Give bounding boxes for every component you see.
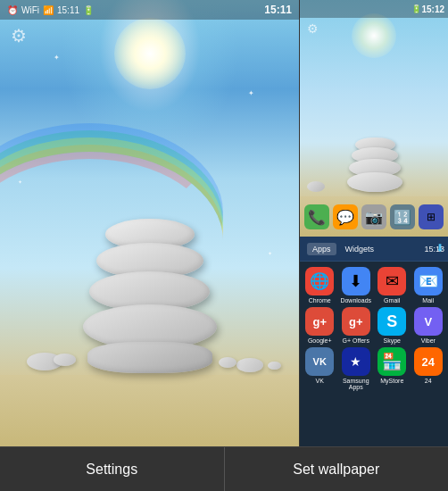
viber-icon: V bbox=[414, 307, 443, 336]
stones-right bbox=[347, 137, 402, 187]
sparkle-1: ✦ bbox=[54, 54, 60, 62]
google-plus-icon-2: g+ bbox=[342, 307, 370, 336]
samsung-apps-icon: ★ bbox=[342, 347, 370, 376]
right-panel: 🔋 15:12 ⚙ bbox=[299, 0, 448, 446]
drawer-header: Apps Widgets ⬇ 15:13 bbox=[300, 237, 448, 262]
app-cell-chrome[interactable]: 🌐 Chrome bbox=[303, 267, 336, 304]
chrome-label: Chrome bbox=[309, 297, 331, 304]
status-bar-right: 🔋 15:12 bbox=[300, 0, 448, 18]
widgets-tab[interactable]: Widgets bbox=[340, 243, 380, 255]
status-bar-left: ⏰ WiFi 📶 15:11 🔋 15:11 bbox=[0, 0, 299, 20]
app-cell-samsung[interactable]: ★ Samsung Apps bbox=[340, 347, 373, 390]
app-cell-google-plus-2[interactable]: g+ G+ Offers bbox=[340, 307, 373, 344]
status-icons-left: ⏰ WiFi 📶 15:11 🔋 bbox=[7, 5, 94, 15]
gmail-icon: ✉ bbox=[377, 267, 406, 295]
signal-icon: 📶 bbox=[43, 5, 54, 15]
app-cell-skype[interactable]: S Skype bbox=[376, 307, 409, 344]
bottom-app-icons-row: 📞 💬 📷 🔢 ⊞ bbox=[303, 204, 444, 229]
sparkle-3: ✦ bbox=[18, 179, 22, 185]
small-stone-5 bbox=[268, 362, 281, 370]
gear-icon-left[interactable]: ⚙ bbox=[11, 25, 27, 46]
camera-app-icon[interactable]: 📷 bbox=[361, 204, 386, 229]
stone-right-4 bbox=[347, 172, 402, 192]
status-time-right: 15:12 bbox=[421, 4, 444, 14]
downloads-icon: ⬇ bbox=[342, 267, 370, 295]
wifi-icon: WiFi bbox=[21, 5, 39, 15]
google-plus-label-1: Google+ bbox=[308, 337, 332, 344]
drawer-time: 15:13 bbox=[424, 237, 444, 262]
screens-area: ⏰ WiFi 📶 15:11 🔋 15:11 ⚙ bbox=[0, 0, 448, 446]
chrome-icon: 🌐 bbox=[305, 267, 334, 295]
messaging-app-icon[interactable]: 💬 bbox=[333, 204, 358, 229]
store-label: MyStore bbox=[380, 378, 403, 384]
app-cell-viber[interactable]: V Viber bbox=[412, 307, 445, 344]
phone-app-icon[interactable]: 📞 bbox=[304, 204, 329, 229]
right-top-screen: 🔋 15:12 ⚙ bbox=[300, 0, 448, 237]
gear-icon-right[interactable]: ⚙ bbox=[307, 21, 319, 36]
vk-label: VK bbox=[316, 378, 324, 384]
calculator-app-icon[interactable]: 🔢 bbox=[390, 204, 415, 229]
small-stone-4 bbox=[219, 357, 236, 368]
status-icons-right: 🔋 bbox=[411, 4, 421, 13]
gmail-label: Gmail bbox=[384, 297, 400, 304]
apps-grid-icon[interactable]: ⊞ bbox=[419, 204, 444, 229]
status-time-left: 15:11 bbox=[264, 4, 292, 16]
sun-glow-right bbox=[352, 13, 396, 58]
app-cell-mail[interactable]: 📧 Mail bbox=[412, 267, 445, 304]
sparkle-2: ✦ bbox=[248, 89, 254, 97]
google-plus-icon-1: g+ bbox=[305, 307, 334, 336]
app-cell-24[interactable]: 24 24 bbox=[412, 347, 445, 390]
store-icon: 🏪 bbox=[377, 347, 406, 376]
downloads-label: Downloads bbox=[340, 297, 371, 304]
left-screen: ⏰ WiFi 📶 15:11 🔋 15:11 ⚙ bbox=[0, 0, 299, 446]
vk-icon: VK bbox=[305, 347, 334, 376]
skype-icon: S bbox=[377, 307, 406, 336]
sand-ground bbox=[0, 375, 299, 446]
stones-stack bbox=[83, 219, 217, 366]
right-battery-icon: 🔋 bbox=[411, 4, 421, 13]
samsung-label: Samsung Apps bbox=[340, 378, 373, 390]
google-plus-label-2: G+ Offers bbox=[343, 337, 369, 344]
small-stone-3 bbox=[236, 358, 263, 372]
mail-label: Mail bbox=[422, 297, 434, 304]
stone-base bbox=[87, 342, 212, 373]
right-bottom-screen: Apps Widgets ⬇ 15:13 🌐 Chrome ⬇ Download… bbox=[300, 237, 448, 446]
small-stone-right bbox=[307, 181, 325, 192]
app-cell-vk[interactable]: VK VK bbox=[303, 347, 336, 390]
app-cell-store[interactable]: 🏪 MyStore bbox=[376, 347, 409, 390]
bottom-buttons: Settings Set wallpaper bbox=[0, 446, 448, 491]
app-cell-gmail[interactable]: ✉ Gmail bbox=[376, 267, 409, 304]
main-container: ⏰ WiFi 📶 15:11 🔋 15:11 ⚙ bbox=[0, 0, 448, 491]
app-cell-downloads[interactable]: ⬇ Downloads bbox=[340, 267, 373, 304]
alarm-icon: ⏰ bbox=[7, 5, 18, 15]
settings-button[interactable]: Settings bbox=[0, 447, 225, 491]
sparkle-4: ✦ bbox=[268, 250, 272, 256]
viber-label: Viber bbox=[421, 337, 436, 344]
set-wallpaper-button[interactable]: Set wallpaper bbox=[225, 447, 449, 491]
apps-tab[interactable]: Apps bbox=[307, 243, 336, 255]
24-label: 24 bbox=[425, 378, 432, 384]
24-icon: 24 bbox=[414, 347, 443, 376]
mail-icon: 📧 bbox=[414, 267, 443, 295]
skype-label: Skype bbox=[384, 337, 401, 344]
battery-icon: 🔋 bbox=[83, 5, 94, 15]
battery-text: 15:11 bbox=[57, 5, 79, 15]
sun-glow bbox=[114, 18, 186, 89]
app-cell-google-plus-1[interactable]: g+ Google+ bbox=[303, 307, 336, 344]
small-stone-2 bbox=[54, 354, 76, 366]
app-grid: 🌐 Chrome ⬇ Downloads ✉ Gmail 📧 Mail bbox=[300, 262, 448, 395]
